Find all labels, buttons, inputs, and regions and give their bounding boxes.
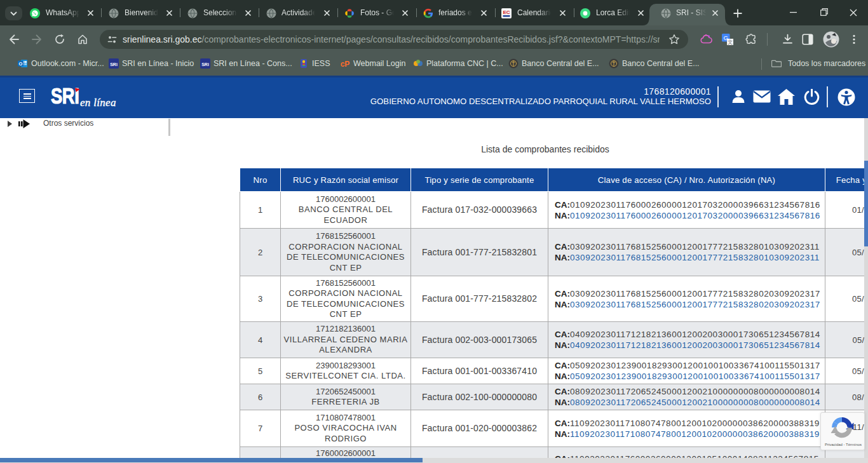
svg-text:SRi: SRi — [110, 62, 118, 67]
svg-text:EC: EC — [503, 10, 510, 15]
svg-text:SRI: SRI — [51, 85, 79, 109]
svg-text:O: O — [19, 61, 23, 67]
svg-text:SRi: SRi — [201, 62, 209, 67]
svg-text:文: 文 — [728, 39, 733, 45]
svg-text:cP: cP — [341, 60, 350, 69]
svg-text:en línea: en línea — [80, 97, 116, 109]
